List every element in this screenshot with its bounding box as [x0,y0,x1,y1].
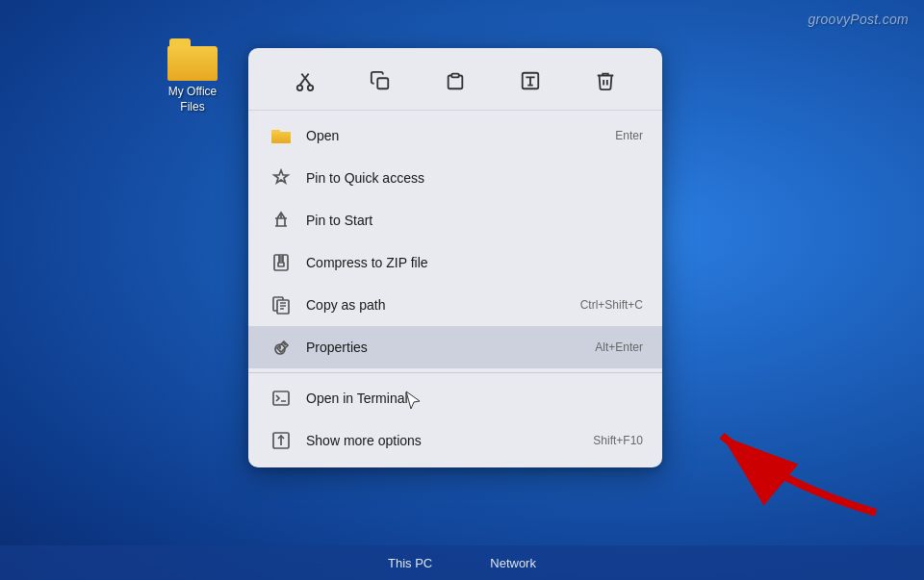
svg-line-2 [300,78,306,85]
svg-rect-28 [277,300,289,314]
svg-rect-36 [273,391,289,405]
menu-separator [248,372,662,373]
copy-path-shortcut: Ctrl+Shift+C [580,298,643,312]
rename-button[interactable] [511,62,550,100]
svg-rect-6 [377,78,388,88]
menu-item-pin-start[interactable]: Pin to Start [248,199,662,241]
taskbar: This PC Network [0,545,924,580]
menu-item-more-options[interactable]: Show more options Shift+F10 [248,419,662,462]
cut-button[interactable] [286,62,324,100]
delete-button[interactable] [586,62,625,100]
properties-label: Properties [306,340,576,355]
menu-item-pin-quick[interactable]: Pin to Quick access [248,157,662,199]
open-shortcut: Enter [615,129,643,142]
menu-item-compress[interactable]: Compress to ZIP file [248,241,662,284]
svg-line-5 [305,74,309,79]
folder-graphic [167,38,218,81]
more-options-label: Show more options [306,433,574,448]
svg-rect-13 [271,132,291,143]
properties-icon [268,334,295,361]
zip-icon [268,249,295,276]
pin-start-label: Pin to Start [306,213,643,228]
taskbar-item-thispc[interactable]: This PC [388,556,432,570]
pin-quick-icon [268,164,295,191]
copy-path-icon [268,291,295,318]
menu-item-properties[interactable]: Properties Alt+Enter [248,326,662,368]
pin-start-icon [268,207,295,234]
more-options-icon [268,427,295,454]
terminal-label: Open in Terminal [306,391,643,406]
compress-label: Compress to ZIP file [306,255,643,270]
svg-point-1 [308,86,314,91]
red-arrow [683,407,895,522]
watermark: groovyPost.com [808,12,909,27]
context-menu: Open Enter Pin to Quick access [248,48,662,467]
more-options-shortcut: Shift+F10 [593,434,643,447]
menu-item-copy-path[interactable]: Copy as path Ctrl+Shift+C [248,284,662,326]
copy-path-label: Copy as path [306,297,561,313]
menu-item-open[interactable]: Open Enter [248,114,662,157]
taskbar-item-network[interactable]: Network [490,556,536,570]
icon-label: My OfficeFiles [168,85,217,114]
pin-quick-label: Pin to Quick access [306,170,643,186]
terminal-icon [268,385,295,412]
svg-rect-26 [278,263,284,266]
desktop: groovyPost.com My OfficeFiles [0,0,924,580]
paste-button[interactable] [436,62,475,100]
svg-rect-7 [451,74,458,78]
menu-item-terminal[interactable]: Open in Terminal [248,377,662,419]
copy-button[interactable] [361,62,399,100]
context-menu-toolbar [248,54,662,111]
properties-shortcut: Alt+Enter [595,340,643,354]
svg-line-3 [305,78,311,85]
open-label: Open [306,128,596,143]
open-icon [268,122,295,149]
svg-rect-14 [271,130,280,133]
desktop-folder-icon[interactable]: My OfficeFiles [154,38,231,114]
svg-point-0 [297,86,303,91]
